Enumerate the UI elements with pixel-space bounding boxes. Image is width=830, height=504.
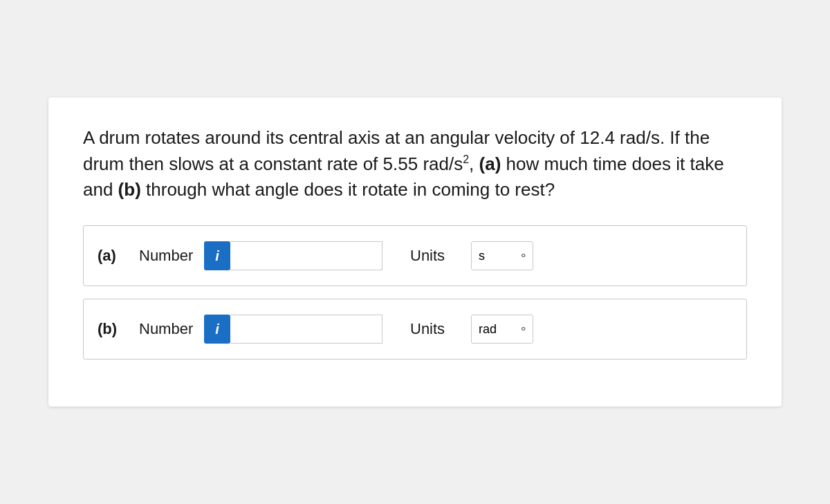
number-input-a[interactable] — [230, 241, 382, 270]
units-select-wrapper-b: rad s rad/s rad/s² ⚬ — [471, 315, 533, 344]
number-label-b: Number — [139, 320, 194, 338]
units-select-a[interactable]: s rad rad/s rad/s² — [471, 241, 533, 270]
label-b: (b) — [98, 320, 139, 338]
units-select-wrapper-a: s rad rad/s rad/s² ⚬ — [471, 241, 533, 270]
input-group-a: i — [204, 241, 382, 270]
units-select-b[interactable]: rad s rad/s rad/s² — [471, 315, 533, 344]
answer-row-b: (b) Number i Units rad s rad/s rad/s² ⚬ — [83, 299, 747, 360]
info-button-b[interactable]: i — [204, 315, 230, 344]
answer-row-a: (a) Number i Units s rad rad/s rad/s² ⚬ — [83, 225, 747, 286]
units-label-a: Units — [410, 247, 459, 265]
label-a: (a) — [98, 247, 139, 265]
number-input-b[interactable] — [230, 315, 382, 344]
number-label-a: Number — [139, 247, 194, 265]
problem-card: A drum rotates around its central axis a… — [48, 97, 782, 407]
problem-text: A drum rotates around its central axis a… — [83, 125, 747, 203]
input-group-b: i — [204, 315, 382, 344]
info-button-a[interactable]: i — [204, 241, 230, 270]
units-label-b: Units — [410, 320, 459, 338]
